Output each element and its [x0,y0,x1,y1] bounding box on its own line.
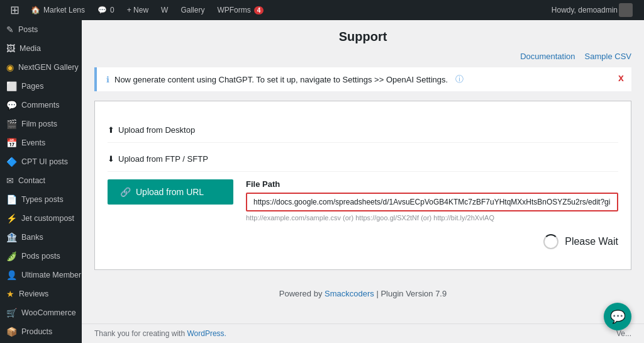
site-name-item[interactable]: 🏠 Market Lens [25,0,91,20]
sidebar-item-products[interactable]: 📦 Products [0,322,82,341]
new-item[interactable]: + New [121,0,155,20]
sidebar-types-text: Types posts [21,195,64,204]
upload-ftp-row: ⬇ Upload from FTP / SFTP [108,143,618,172]
wp-logo-icon[interactable]: ⊞ [5,3,25,17]
sidebar-item-media[interactable]: 🖼 Media [0,39,82,58]
site-icon: 🏠 [31,6,40,14]
notice-close-button[interactable]: x [618,72,624,84]
upload-url-label: Upload from URL [136,187,204,197]
sidebar-item-banks[interactable]: 🏦 Banks [0,228,82,247]
powered-by: Powered by Smackcoders | Plugin Version … [94,279,631,308]
powered-label: Powered by [279,289,323,298]
main-content: Support Documentation Sample CSV ℹ Now g… [82,20,644,343]
sidebar-item-contact[interactable]: ✉ Contact [0,171,82,190]
pods-icon: 🫛 [6,251,17,261]
gallery-label: Gallery [180,6,204,14]
sidebar-item-events-label: Events [21,138,45,147]
nextgen-icon: ◉ [6,62,14,72]
documentation-link[interactable]: Documentation [520,52,575,61]
sidebar-item-contact-label: Contact [18,176,45,185]
notice-text: Now generate content using ChatGPT. To s… [114,75,448,84]
sidebar-item-events[interactable]: 📅 Events [0,133,82,152]
plugin-version: | Plugin Version 7.9 [376,289,447,298]
reviews-icon: ★ [6,289,14,299]
sidebar-item-nextgen-label: NextGEN Gallery [18,63,79,72]
sidebar-item-types-posts[interactable]: 📄 Support Types posts [0,190,82,209]
sidebar: ✎ Posts 🖼 Media ◉ NextGEN Gallery 5 ⬜ Pa… [0,20,82,343]
sidebar-item-reviews[interactable]: ★ Reviews [0,284,82,303]
sidebar-item-pods-label: Pods posts [21,252,60,261]
upload-desktop-row: ⬆ Upload from Desktop [108,114,618,143]
footer-text: Thank you for creating with WordPress. [94,329,226,338]
sidebar-item-media-label: Media [19,44,41,53]
notice-bar: ℹ Now generate content using ChatGPT. To… [94,67,631,91]
page-title: Support [94,30,631,44]
types-icon: 📄 [6,194,17,205]
please-wait-area: Please Wait [543,229,618,249]
chat-icon: 💬 [610,309,626,324]
file-path-label: File Path [246,179,618,189]
sidebar-item-film-posts[interactable]: 🎬 Film posts [0,115,82,133]
banks-icon: 🏦 [6,232,17,242]
sample-csv-link[interactable]: Sample CSV [585,52,631,61]
howdy-item[interactable]: Howdy, demoadmin [545,0,639,20]
sidebar-item-jet[interactable]: ⚡ Jet custompost [0,209,82,228]
sidebar-item-reviews-label: Reviews [19,290,48,298]
contact-icon: ✉ [6,176,14,186]
notice-info-icon: ⓘ [455,74,464,85]
upload-ftp-label: ⬇ Upload from FTP / SFTP [108,150,221,164]
site-name-label: Market Lens [43,6,85,14]
sidebar-item-pages[interactable]: ⬜ Pages [0,77,82,96]
wpforms-badge: 4 [254,6,264,14]
media-icon: 🖼 [6,43,15,53]
smackcoders-link[interactable]: Smackcoders [325,289,374,298]
pages-icon: ⬜ [6,81,17,91]
upload-url-button[interactable]: 🔗 Upload from URL [108,179,233,205]
sidebar-item-comments[interactable]: 💬 Comments [0,96,82,115]
comments-icon: 💬 [97,6,107,14]
upload-section: ⬆ Upload from Desktop ⬇ Upload from FTP … [94,101,631,270]
howdy-label: Howdy, demoadmin [552,6,618,14]
comments-item[interactable]: 💬 0 [91,0,121,20]
wpforms-item[interactable]: WPForms 4 [211,0,270,20]
sidebar-item-film-label: Film posts [21,120,57,128]
comments-count: 0 [110,6,114,14]
upload-url-row: 🔗 Upload from URL File Path http://examp… [108,172,618,257]
ultimate-icon: 👤 [6,270,17,280]
sidebar-item-ultimate-member[interactable]: 👤 Ultimate Member [0,266,82,284]
sidebar-item-posts[interactable]: ✎ Posts [0,20,82,39]
jet-icon: ⚡ [6,213,17,223]
comments-icon: 💬 [6,100,17,110]
sidebar-item-nextgen[interactable]: ◉ NextGEN Gallery 5 [0,58,82,77]
sidebar-item-ultimate-label: Ultimate Member [21,271,81,279]
sidebar-item-cpt-label: CPT UI posts [21,157,68,166]
please-wait-label: Please Wait [565,236,618,247]
woo-icon: 🛒 [6,308,17,318]
products-icon: 📦 [6,327,17,337]
loading-spinner [543,234,558,249]
upload-desktop-label: ⬆ Upload from Desktop [108,121,221,135]
upload-url-right: File Path http://example.com/sample.csv … [246,179,618,249]
chat-bubble-button[interactable]: 💬 [604,303,631,330]
sidebar-item-cpt-ui[interactable]: 🔷 CPT UI posts [0,152,82,171]
sidebar-item-jet-label: Jet custompost [21,214,74,223]
wordpress-link[interactable]: WordPress. [187,329,226,338]
upload-desktop-icon: ⬆ [108,125,114,135]
sidebar-item-pods[interactable]: 🫛 Pods posts [0,247,82,266]
user-avatar [619,3,633,17]
wordpress-icon: W [161,6,168,14]
sidebar-item-woo-label: WooCommerce [21,308,76,317]
admin-bar: ⊞ 🏠 Market Lens 💬 0 + New W Gallery WPFo… [0,0,644,20]
sidebar-item-woocommerce[interactable]: 🛒 WooCommerce [0,303,82,322]
gallery-item[interactable]: Gallery [174,0,211,20]
wpforms-label: WPForms [217,6,250,14]
file-path-hint: http://example.com/sample.csv (or) https… [246,214,618,222]
version-text: Ve... [616,329,631,338]
posts-icon: ✎ [6,25,14,35]
events-icon: 📅 [6,138,17,148]
file-path-input[interactable] [246,193,618,211]
sidebar-item-pages-label: Pages [21,82,43,91]
upload-ftp-icon: ⬇ [108,154,114,164]
upload-url-icon: 🔗 [120,187,131,197]
wordpress-item[interactable]: W [155,0,174,20]
